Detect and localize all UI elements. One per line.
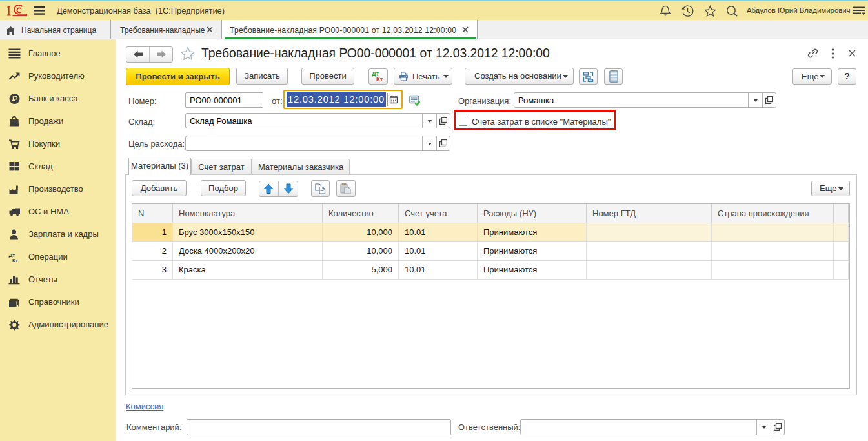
svg-text:Кт: Кт	[12, 258, 18, 263]
